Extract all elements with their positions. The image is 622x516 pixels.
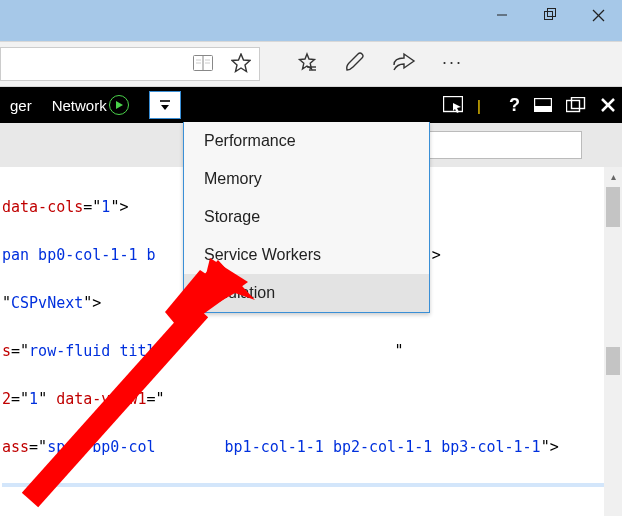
notes-icon[interactable] [344,52,366,77]
svg-rect-1 [545,12,553,20]
devtools-more-tabs-button[interactable] [149,91,181,119]
scrollbar-thumb-2[interactable] [606,347,620,375]
address-box[interactable] [0,47,260,81]
share-icon[interactable] [392,52,416,77]
svg-marker-11 [232,54,250,72]
window-titlebar [0,0,622,41]
dropdown-item-memory[interactable]: Memory [184,160,429,198]
browser-toolbar: ··· [0,41,622,87]
dropdown-item-performance[interactable]: Performance [184,122,429,160]
help-icon[interactable]: ? [509,95,520,116]
scroll-up-icon[interactable]: ▴ [604,167,622,185]
svg-rect-2 [548,9,556,17]
reading-view-icon[interactable] [193,55,213,74]
scrollbar-thumb[interactable] [606,187,620,227]
svg-rect-20 [535,106,551,111]
devtools-close-icon[interactable] [600,97,616,113]
more-icon[interactable]: ··· [442,52,463,77]
dropdown-item-storage[interactable]: Storage [184,198,429,236]
svg-rect-22 [572,98,585,109]
devtools-tabs-dropdown: Performance Memory Storage Service Worke… [183,122,430,313]
window-minimize-button[interactable] [478,0,526,30]
vertical-scrollbar[interactable]: ▴ [604,167,622,516]
devtools-tab-network[interactable]: Network [42,87,139,123]
devtools-tab-partial[interactable]: ger [0,87,42,123]
window-close-button[interactable] [574,0,622,30]
dock-icon[interactable] [534,98,552,112]
svg-marker-16 [161,105,169,110]
favorites-list-icon[interactable] [296,52,318,77]
devtools-tabbar: ger Network | ? [0,87,622,123]
devtools-right-controls: | ? [443,95,616,116]
svg-rect-21 [567,101,580,112]
browser-right-icons: ··· [296,52,463,77]
window-maximize-button[interactable] [526,0,574,30]
element-picker-icon[interactable] [443,96,463,114]
network-record-icon[interactable] [109,95,129,115]
dropdown-item-service-workers[interactable]: Service Workers [184,236,429,274]
dropdown-item-emulation[interactable]: Emulation [184,274,429,312]
favorite-star-icon[interactable] [231,53,251,76]
undock-icon[interactable] [566,97,586,113]
